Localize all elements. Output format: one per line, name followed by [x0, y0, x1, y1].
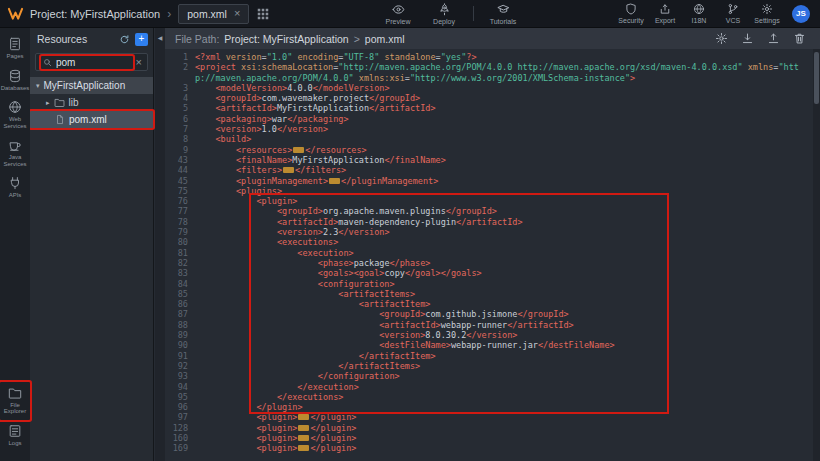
code-text[interactable]: <artifactId>MyFirstApplication</artifact…: [195, 103, 820, 113]
download-file-icon[interactable]: [741, 32, 754, 45]
tree-node-pom-xml[interactable]: pom.xml: [30, 111, 153, 128]
code-line[interactable]: 128 <plugin></plugin>: [165, 423, 820, 433]
code-line[interactable]: 96 </plugin>: [165, 402, 820, 412]
code-line[interactable]: 82 <phase>package</phase>: [165, 258, 820, 268]
code-fold-icon[interactable]: [298, 414, 309, 420]
code-text[interactable]: </artifactItem>: [195, 351, 820, 361]
code-text[interactable]: <packaging>war</packaging>: [195, 114, 820, 124]
code-line[interactable]: 92 </artifactItems>: [165, 361, 820, 371]
code-text[interactable]: <modelVersion>4.0.0</modelVersion>: [195, 83, 820, 93]
code-text[interactable]: <artifactItems>: [195, 289, 820, 299]
code-line[interactable]: 6 <packaging>war</packaging>: [165, 114, 820, 124]
code-line[interactable]: 83 <goals><goal>copy</goal></goals>: [165, 268, 820, 278]
code-line[interactable]: 94 </execution>: [165, 382, 820, 392]
code-editor[interactable]: 1<?xml version="1.0" encoding="UTF-8" st…: [165, 49, 820, 461]
code-line[interactable]: 80 <executions>: [165, 237, 820, 247]
code-line[interactable]: 1<?xml version="1.0" encoding="UTF-8" st…: [165, 52, 820, 62]
code-line[interactable]: 76 <plugin>: [165, 196, 820, 206]
rail-item-apis[interactable]: APIs: [0, 172, 30, 204]
code-fold-icon[interactable]: [293, 147, 304, 153]
code-text[interactable]: <plugin></plugin>: [195, 433, 820, 443]
grid-menu-icon[interactable]: [257, 8, 269, 20]
code-line[interactable]: 5 <artifactId>MyFirstApplication</artifa…: [165, 103, 820, 113]
code-text[interactable]: <goals><goal>copy</goal></goals>: [195, 268, 820, 278]
code-text[interactable]: <execution>: [195, 248, 820, 258]
code-line[interactable]: 3 <modelVersion>4.0.0</modelVersion>: [165, 83, 820, 93]
code-text[interactable]: <executions>: [195, 237, 820, 247]
code-fold-icon[interactable]: [298, 445, 309, 451]
code-line[interactable]: 87 <groupId>com.github.jsimone</groupId>: [165, 309, 820, 319]
code-text[interactable]: <plugin></plugin>: [195, 412, 820, 422]
code-text[interactable]: <artifactId>maven-dependency-plugin</art…: [195, 217, 820, 227]
i18n-button[interactable]: I18N: [682, 0, 716, 28]
code-text[interactable]: <build>: [195, 134, 820, 144]
code-line[interactable]: 169 <plugin></plugin>: [165, 443, 820, 453]
code-line[interactable]: 9 <resources></resources>: [165, 145, 820, 155]
code-text[interactable]: <groupId>com.github.jsimone</groupId>: [195, 309, 820, 319]
code-text[interactable]: <plugin>: [195, 196, 820, 206]
code-text[interactable]: <plugin></plugin>: [195, 443, 820, 453]
code-line[interactable]: 84 <configuration>: [165, 279, 820, 289]
rail-item-file-explorer[interactable]: File Explorer: [0, 382, 30, 420]
code-line[interactable]: 43 <finalName>MyFirstApplication</finalN…: [165, 155, 820, 165]
rail-item-pages[interactable]: Pages: [0, 33, 30, 65]
code-text[interactable]: <plugin></plugin>: [195, 423, 820, 433]
tab-pom-xml[interactable]: pom.xml ×: [178, 4, 249, 24]
tab-close-icon[interactable]: ×: [234, 8, 240, 19]
code-fold-icon[interactable]: [329, 178, 340, 184]
code-text[interactable]: <version>8.0.30.2</version>: [195, 330, 820, 340]
wavemaker-logo[interactable]: [0, 0, 30, 28]
code-text[interactable]: <finalName>MyFirstApplication</finalName…: [195, 155, 820, 165]
code-line[interactable]: 160 <plugin></plugin>: [165, 433, 820, 443]
code-line[interactable]: 75 <plugins>: [165, 186, 820, 196]
code-line[interactable]: 81 <execution>: [165, 248, 820, 258]
search-input[interactable]: [56, 57, 131, 68]
code-text[interactable]: </artifactItems>: [195, 361, 820, 371]
tree-node-project[interactable]: ▾ MyFirstApplication: [30, 77, 153, 94]
code-line[interactable]: 7 <version>1.0</version>: [165, 124, 820, 134]
code-text[interactable]: <groupId>com.wavemaker.project</groupId>: [195, 93, 820, 103]
settings-button[interactable]: Settings: [750, 0, 784, 28]
rail-item-web-services[interactable]: Web Services: [0, 96, 30, 134]
rail-item-java-services[interactable]: Java Services: [0, 134, 30, 172]
code-fold-icon[interactable]: [298, 425, 309, 431]
add-resource-button[interactable]: +: [135, 33, 148, 46]
rail-item-logs[interactable]: Logs: [0, 420, 30, 452]
code-line[interactable]: 89 <version>8.0.30.2</version>: [165, 330, 820, 340]
code-line[interactable]: 44 <filters></filters>: [165, 165, 820, 175]
editor-scrollbar[interactable]: [813, 49, 820, 461]
upload-file-icon[interactable]: [767, 32, 780, 45]
code-line[interactable]: 4 <groupId>com.wavemaker.project</groupI…: [165, 93, 820, 103]
code-text[interactable]: </executions>: [195, 392, 820, 402]
code-line[interactable]: 79 <version>2.3</version>: [165, 227, 820, 237]
code-text[interactable]: </execution>: [195, 382, 820, 392]
preview-button[interactable]: Preview: [375, 0, 421, 28]
collapse-panel-icon[interactable]: ◀: [158, 34, 163, 461]
code-line[interactable]: 93 </configuration>: [165, 371, 820, 381]
code-text[interactable]: <artifactId>webapp-runner</artifactId>: [195, 320, 820, 330]
vcs-button[interactable]: VCS: [716, 0, 750, 28]
code-line[interactable]: 77 <groupId>org.apache.maven.plugins</gr…: [165, 206, 820, 216]
code-text[interactable]: <groupId>org.apache.maven.plugins</group…: [195, 206, 820, 216]
clear-search-icon[interactable]: ×: [136, 56, 142, 68]
code-line[interactable]: 88 <artifactId>webapp-runner</artifactId…: [165, 320, 820, 330]
user-avatar[interactable]: JS: [792, 5, 810, 23]
deploy-button[interactable]: Deploy: [421, 0, 467, 28]
code-text[interactable]: <configuration>: [195, 279, 820, 289]
code-text[interactable]: <resources></resources>: [195, 145, 820, 155]
code-text[interactable]: <version>2.3</version>: [195, 227, 820, 237]
tutorials-button[interactable]: Tutorials: [480, 0, 526, 28]
tree-node-lib[interactable]: ▸ lib: [30, 94, 153, 111]
code-text[interactable]: </configuration>: [195, 371, 820, 381]
code-line[interactable]: 85 <artifactItems>: [165, 289, 820, 299]
code-fold-icon[interactable]: [298, 435, 309, 441]
code-text[interactable]: <phase>package</phase>: [195, 258, 820, 268]
file-settings-gear-icon[interactable]: [715, 32, 728, 45]
code-line[interactable]: 45 <pluginManagement></pluginManagement>: [165, 176, 820, 186]
code-line[interactable]: 86 <artifactItem>: [165, 299, 820, 309]
rail-item-databases[interactable]: Databases: [0, 65, 30, 97]
security-button[interactable]: Security: [614, 0, 648, 28]
code-line[interactable]: 97 <plugin></plugin>: [165, 412, 820, 422]
delete-file-icon[interactable]: [793, 32, 806, 45]
code-text[interactable]: <filters></filters>: [195, 165, 820, 175]
